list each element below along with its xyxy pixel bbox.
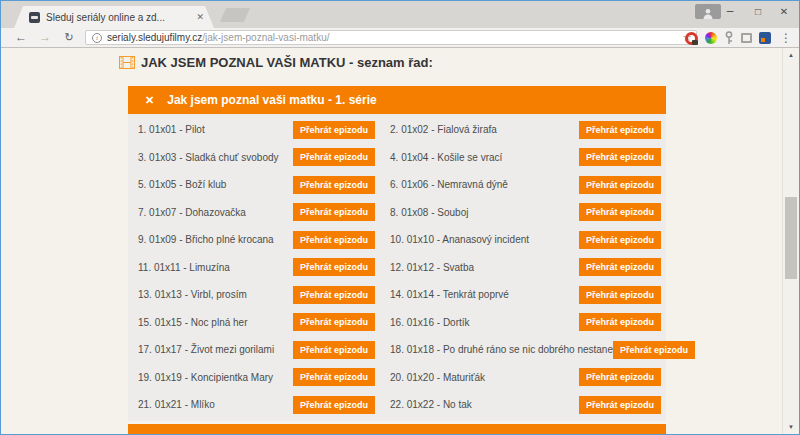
episode-item: 21. 01x21 - MlíkoPřehrát epizodu — [128, 391, 380, 419]
play-episode-button[interactable]: Přehrát epizodu — [293, 313, 375, 331]
play-episode-button[interactable]: Přehrát epizodu — [579, 203, 661, 221]
episode-label: 13. 01x13 - Virbl, prosím — [138, 289, 247, 300]
key-extension-icon[interactable] — [724, 31, 734, 45]
episode-label: 2. 01x02 - Fialová žirafa — [390, 124, 497, 135]
film-icon — [119, 56, 135, 69]
season-card: ✕ Jak jsem poznal vaši matku - 1. série … — [128, 86, 666, 421]
play-episode-button[interactable]: Přehrát epizodu — [579, 286, 661, 304]
season-header[interactable]: ✕ Jak jsem poznal vaši matku - 1. série — [128, 86, 666, 114]
reload-button[interactable]: ↻ — [59, 28, 79, 47]
play-episode-button[interactable]: Přehrát epizodu — [293, 231, 375, 249]
play-episode-button[interactable]: Přehrát epizodu — [293, 368, 375, 386]
close-button[interactable]: ✕ — [771, 1, 797, 22]
episode-label: 11. 01x11 - Limuzína — [138, 262, 230, 273]
browser-window: Sleduj seriály online a zd... ✕ – □ ✕ ← … — [0, 0, 800, 435]
episode-item: 17. 01x17 - Život mezi gorilamiPřehrát e… — [128, 336, 380, 364]
play-episode-button[interactable]: Přehrát epizodu — [579, 313, 661, 331]
forward-button[interactable]: → — [35, 28, 55, 47]
episode-item: 6. 01x06 - Nemravná dýněPřehrát epizodu — [380, 171, 666, 199]
person-icon — [702, 8, 714, 19]
episode-label: 15. 01x15 - Noc plná her — [138, 317, 248, 328]
box-extension-icon[interactable] — [741, 33, 752, 43]
episode-label: 19. 01x19 - Koncipientka Mary — [138, 372, 273, 383]
episode-item: 4. 01x04 - Košile se vracíPřehrát epizod… — [380, 144, 666, 172]
episode-label: 17. 01x17 - Život mezi gorilami — [138, 344, 274, 355]
browser-tab[interactable]: Sleduj seriály online a zd... ✕ — [14, 6, 214, 28]
scrollbar[interactable]: ▲ ▼ — [782, 48, 799, 434]
maximize-button[interactable]: □ — [745, 1, 771, 22]
episode-label: 14. 01x14 - Tenkrát poprvé — [390, 289, 509, 300]
episode-label: 10. 01x10 - Ananasový incident — [390, 234, 529, 245]
play-episode-button[interactable]: Přehrát epizodu — [579, 148, 661, 166]
episode-label: 20. 01x20 - Maturiťák — [390, 372, 485, 383]
episode-label: 4. 01x04 - Košile se vrací — [390, 152, 502, 163]
play-episode-button[interactable]: Přehrát epizodu — [579, 258, 661, 276]
play-episode-button[interactable]: Přehrát epizodu — [579, 396, 661, 414]
play-episode-button[interactable]: Přehrát epizodu — [293, 148, 375, 166]
episode-label: 1. 01x01 - Pilot — [138, 124, 205, 135]
episode-item: 3. 01x03 - Sladká chuť svobodyPřehrát ep… — [128, 144, 380, 172]
play-episode-button[interactable]: Přehrát epizodu — [293, 121, 375, 139]
browser-menu-button[interactable]: ⋮ — [778, 31, 794, 45]
adblocker-extension-icon[interactable] — [685, 32, 698, 45]
play-episode-button[interactable]: Přehrát epizodu — [579, 231, 661, 249]
episode-label: 18. 01x18 - Po druhé ráno se nic dobrého… — [390, 344, 613, 355]
episode-item: 16. 01x16 - DortíkPřehrát epizodu — [380, 309, 666, 337]
play-episode-button[interactable]: Přehrát epizodu — [579, 368, 661, 386]
url-domain: serialy.sledujufilmy.cz — [107, 32, 202, 43]
play-episode-button[interactable]: Přehrát epizodu — [293, 341, 375, 359]
episode-grid: 1. 01x01 - PilotPřehrát epizodu2. 01x02 … — [128, 114, 666, 421]
episode-item: 7. 01x07 - DohazovačkaPřehrát epizodu — [128, 199, 380, 227]
season-collapse-icon[interactable]: ✕ — [145, 94, 154, 107]
episode-item: 14. 01x14 - Tenkrát poprvéPřehrát epizod… — [380, 281, 666, 309]
play-episode-button[interactable]: Přehrát epizodu — [293, 176, 375, 194]
play-episode-button[interactable]: Přehrát epizodu — [293, 396, 375, 414]
scroll-down-arrow[interactable]: ▼ — [783, 420, 799, 434]
page-heading: JAK JSEM POZNAL VAŠI MATKU - seznam řad: — [141, 55, 433, 70]
new-tab-button[interactable] — [220, 8, 250, 22]
episode-item: 12. 01x12 - SvatbaPřehrát epizodu — [380, 254, 666, 282]
blue-extension-icon[interactable] — [759, 32, 771, 44]
episode-item: 19. 01x19 - Koncipientka MaryPřehrát epi… — [128, 364, 380, 392]
play-episode-button[interactable]: Přehrát epizodu — [579, 176, 661, 194]
tab-close-icon[interactable]: ✕ — [196, 12, 204, 22]
title-bar: Sleduj seriály online a zd... ✕ – □ ✕ — [1, 1, 799, 28]
scroll-thumb[interactable] — [785, 197, 797, 279]
site-favicon — [29, 12, 40, 23]
address-bar[interactable]: i serialy.sledujufilmy.cz /jak-jsem-pozn… — [85, 30, 697, 45]
episode-label: 12. 01x12 - Svatba — [390, 262, 474, 273]
tab-title: Sleduj seriály online a zd... — [46, 12, 190, 23]
colorwheel-extension-icon[interactable] — [705, 32, 717, 44]
episode-item: 8. 01x08 - SoubojPřehrát epizodu — [380, 199, 666, 227]
page-info-icon[interactable]: i — [92, 33, 102, 43]
play-episode-button[interactable]: Přehrát epizodu — [613, 341, 695, 359]
episode-label: 16. 01x16 - Dortík — [390, 317, 469, 328]
episode-label: 9. 01x09 - Břicho plné krocana — [138, 234, 274, 245]
toolbar: ← → ↻ i serialy.sledujufilmy.cz /jak-jse… — [1, 28, 799, 48]
play-episode-button[interactable]: Přehrát epizodu — [293, 258, 375, 276]
episode-item: 11. 01x11 - LimuzínaPřehrát epizodu — [128, 254, 380, 282]
season-2-header-bar[interactable] — [128, 424, 666, 434]
play-episode-button[interactable]: Přehrát epizodu — [579, 121, 661, 139]
episode-item: 2. 01x02 - Fialová žirafaPřehrát epizodu — [380, 116, 666, 144]
episode-item: 5. 01x05 - Boží klubPřehrát epizodu — [128, 171, 380, 199]
episode-item: 22. 01x22 - No takPřehrát epizodu — [380, 391, 666, 419]
episode-label: 5. 01x05 - Boží klub — [138, 179, 226, 190]
play-episode-button[interactable]: Přehrát epizodu — [293, 203, 375, 221]
episode-item: 10. 01x10 - Ananasový incidentPřehrát ep… — [380, 226, 666, 254]
episode-item: 13. 01x13 - Virbl, prosímPřehrát epizodu — [128, 281, 380, 309]
episode-item: 20. 01x20 - MaturiťákPřehrát epizodu — [380, 364, 666, 392]
page-title: JAK JSEM POZNAL VAŠI MATKU - seznam řad: — [119, 55, 799, 70]
back-button[interactable]: ← — [11, 28, 31, 47]
season-title: Jak jsem poznal vaši matku - 1. série — [167, 93, 376, 107]
episode-label: 6. 01x06 - Nemravná dýně — [390, 179, 508, 190]
play-episode-button[interactable]: Přehrát epizodu — [293, 286, 375, 304]
episode-label: 8. 01x08 - Souboj — [390, 207, 468, 218]
episode-label: 3. 01x03 - Sladká chuť svobody — [138, 152, 279, 163]
url-path: /jak-jsem-poznal-vasi-matku/ — [202, 32, 329, 43]
scroll-up-arrow[interactable]: ▲ — [783, 48, 799, 62]
episode-label: 21. 01x21 - Mlíko — [138, 399, 215, 410]
episode-item: 1. 01x01 - PilotPřehrát epizodu — [128, 116, 380, 144]
minimize-button[interactable]: – — [717, 1, 743, 22]
page-content: JAK JSEM POZNAL VAŠI MATKU - seznam řad:… — [1, 48, 799, 434]
